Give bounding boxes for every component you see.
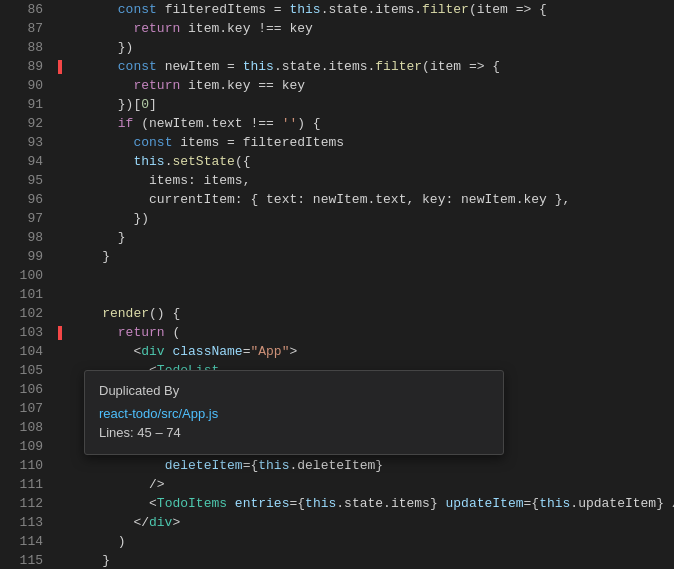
line-number: 104 (0, 342, 55, 361)
line-number: 107 (0, 399, 55, 418)
code-line: 101 (0, 285, 674, 304)
code-line: 94 this.setState({ (0, 152, 674, 171)
code-line: 95 items: items, (0, 171, 674, 190)
token (71, 21, 133, 36)
line-content: const newItem = this.state.items.filter(… (65, 57, 674, 76)
line-number: 103 (0, 323, 55, 342)
tooltip-title: Duplicated By (99, 383, 489, 398)
line-number: 88 (0, 38, 55, 57)
code-line: 100 (0, 266, 674, 285)
line-number: 94 (0, 152, 55, 171)
token (71, 306, 102, 321)
token: }) (71, 40, 133, 55)
token: return (133, 78, 180, 93)
token: } (71, 553, 110, 568)
token: newItem = (157, 59, 243, 74)
line-content: return item.key !== key (65, 19, 674, 38)
gutter-mark (58, 326, 62, 340)
token: </ (71, 515, 149, 530)
line-gutter (55, 326, 65, 340)
line-number: 87 (0, 19, 55, 38)
token: item.key == key (180, 78, 305, 93)
token: filter (422, 2, 469, 17)
code-line: 103 return ( (0, 323, 674, 342)
line-number: 100 (0, 266, 55, 285)
token (227, 496, 235, 511)
line-number: 105 (0, 361, 55, 380)
line-content: }) (65, 209, 674, 228)
token: ={ (289, 496, 305, 511)
token: updateItem (446, 496, 524, 511)
line-number: 106 (0, 380, 55, 399)
line-content: render() { (65, 304, 674, 323)
line-content: } (65, 247, 674, 266)
token: filter (375, 59, 422, 74)
token (71, 78, 133, 93)
code-line: 113 </div> (0, 513, 674, 532)
token: render (102, 306, 149, 321)
code-line: 97 }) (0, 209, 674, 228)
line-content: currentItem: { text: newItem.text, key: … (65, 190, 674, 209)
code-line: 89 const newItem = this.state.items.filt… (0, 57, 674, 76)
token: deleteItem (165, 458, 243, 473)
code-line: 112 <TodoItems entries={this.state.items… (0, 494, 674, 513)
code-line: 102 render() { (0, 304, 674, 323)
line-number: 89 (0, 57, 55, 76)
line-number: 97 (0, 209, 55, 228)
line-number: 102 (0, 304, 55, 323)
line-content: deleteItem={this.deleteItem} (65, 456, 674, 475)
token: const (118, 2, 157, 17)
line-content: /> (65, 475, 674, 494)
token: ) (71, 534, 126, 549)
token: .state.items. (274, 59, 375, 74)
code-line: 115 } (0, 551, 674, 569)
token: return (133, 21, 180, 36)
code-line: 90 return item.key == key (0, 76, 674, 95)
code-line: 111 /> (0, 475, 674, 494)
lines-start: 45 (137, 425, 151, 440)
token: ) { (297, 116, 320, 131)
token: const (133, 135, 172, 150)
token: return (118, 325, 165, 340)
token: TodoItems (157, 496, 227, 511)
line-number: 86 (0, 0, 55, 19)
token: 0 (141, 97, 149, 112)
token: .updateItem} /> (570, 496, 674, 511)
line-number: 98 (0, 228, 55, 247)
lines-dash: – (155, 425, 162, 440)
tooltip-link[interactable]: react-todo/src/App.js (99, 406, 489, 421)
token: .state.items. (321, 2, 422, 17)
code-area[interactable]: 86 const filteredItems = this.state.item… (0, 0, 674, 569)
token: /> (71, 477, 165, 492)
code-line: 86 const filteredItems = this.state.item… (0, 0, 674, 19)
code-line: 98 } (0, 228, 674, 247)
editor-container: 86 const filteredItems = this.state.item… (0, 0, 674, 569)
line-number: 114 (0, 532, 55, 551)
line-content: if (newItem.text !== '') { (65, 114, 674, 133)
code-lines: 86 const filteredItems = this.state.item… (0, 0, 674, 569)
token: className (172, 344, 242, 359)
line-content: items: items, (65, 171, 674, 190)
token: this (305, 496, 336, 511)
code-line: 87 return item.key !== key (0, 19, 674, 38)
token: } (71, 249, 110, 264)
line-content: const filteredItems = this.state.items.f… (65, 0, 674, 19)
code-line: 110 deleteItem={this.deleteItem} (0, 456, 674, 475)
token (71, 135, 133, 150)
token (71, 116, 118, 131)
line-number: 91 (0, 95, 55, 114)
token: ( (165, 325, 181, 340)
code-line: 93 const items = filteredItems (0, 133, 674, 152)
line-content: const items = filteredItems (65, 133, 674, 152)
line-number: 113 (0, 513, 55, 532)
token: < (71, 496, 157, 511)
line-number: 93 (0, 133, 55, 152)
line-number: 109 (0, 437, 55, 456)
tooltip-popup: Duplicated By react-todo/src/App.js Line… (84, 370, 504, 455)
token: entries (235, 496, 290, 511)
token: setState (172, 154, 234, 169)
token: this (258, 458, 289, 473)
token: this (133, 154, 164, 169)
line-content: })[0] (65, 95, 674, 114)
token: "App" (250, 344, 289, 359)
